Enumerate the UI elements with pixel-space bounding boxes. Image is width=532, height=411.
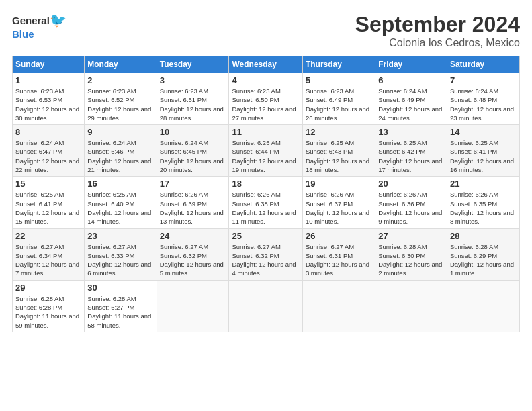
calendar-day-cell: 21 Sunrise: 6:26 AM Sunset: 6:35 PM Dayl… <box>447 177 519 228</box>
day-info: Sunrise: 6:23 AM Sunset: 6:53 PM Dayligh… <box>15 87 81 122</box>
day-number: 9 <box>87 127 153 137</box>
day-number: 13 <box>378 127 444 137</box>
daylight-label: Daylight: 12 hours and 4 minutes. <box>232 261 296 277</box>
sunset-label: Sunset: 6:51 PM <box>160 96 207 103</box>
daylight-label: Daylight: 12 hours and 13 minutes. <box>160 209 224 225</box>
sunset-label: Sunset: 6:33 PM <box>87 252 134 259</box>
calendar-title: September 2024 <box>355 12 520 37</box>
day-number: 16 <box>87 179 153 189</box>
day-number: 12 <box>306 127 372 137</box>
sunset-label: Sunset: 6:34 PM <box>15 252 62 259</box>
calendar-day-cell: 11 Sunrise: 6:25 AM Sunset: 6:44 PM Dayl… <box>229 125 302 177</box>
header-saturday: Saturday <box>447 56 519 73</box>
logo: General 🐦 Blue <box>12 12 66 40</box>
sunrise-label: Sunrise: 6:23 AM <box>160 87 208 95</box>
title-area: September 2024 Colonia los Cedros, Mexic… <box>355 12 520 49</box>
day-info: Sunrise: 6:28 AM Sunset: 6:29 PM Dayligh… <box>450 242 517 278</box>
daylight-label: Daylight: 12 hours and 2 minutes. <box>378 261 442 277</box>
calendar-week-row: 15 Sunrise: 6:25 AM Sunset: 6:41 PM Dayl… <box>13 177 520 228</box>
sunset-label: Sunset: 6:53 PM <box>15 96 62 103</box>
calendar-week-row: 22 Sunrise: 6:27 AM Sunset: 6:34 PM Dayl… <box>13 228 520 280</box>
day-info: Sunrise: 6:24 AM Sunset: 6:45 PM Dayligh… <box>160 138 226 174</box>
sunset-label: Sunset: 6:45 PM <box>160 148 207 155</box>
day-number: 7 <box>450 75 517 85</box>
day-info: Sunrise: 6:26 AM Sunset: 6:39 PM Dayligh… <box>160 190 226 226</box>
sunrise-label: Sunrise: 6:24 AM <box>15 139 64 146</box>
day-number: 6 <box>378 75 444 85</box>
daylight-label: Daylight: 12 hours and 11 minutes. <box>232 209 296 225</box>
day-info: Sunrise: 6:25 AM Sunset: 6:41 PM Dayligh… <box>450 138 517 174</box>
sunrise-label: Sunrise: 6:26 AM <box>378 191 427 198</box>
logo-bird-icon: 🐦 <box>50 12 66 28</box>
sunset-label: Sunset: 6:40 PM <box>87 200 134 208</box>
sunrise-label: Sunrise: 6:26 AM <box>306 191 354 198</box>
calendar-day-cell: 16 Sunrise: 6:25 AM Sunset: 6:40 PM Dayl… <box>85 177 157 228</box>
day-info: Sunrise: 6:28 AM Sunset: 6:30 PM Dayligh… <box>378 242 444 278</box>
day-info: Sunrise: 6:25 AM Sunset: 6:41 PM Dayligh… <box>15 190 81 226</box>
sunset-label: Sunset: 6:35 PM <box>450 200 497 208</box>
calendar-day-cell: 10 Sunrise: 6:24 AM Sunset: 6:45 PM Dayl… <box>157 125 229 177</box>
sunset-label: Sunset: 6:36 PM <box>378 200 425 208</box>
day-info: Sunrise: 6:24 AM Sunset: 6:48 PM Dayligh… <box>450 87 517 122</box>
sunrise-label: Sunrise: 6:26 AM <box>450 191 498 198</box>
calendar-week-row: 29 Sunrise: 6:28 AM Sunset: 6:28 PM Dayl… <box>13 280 520 332</box>
daylight-label: Daylight: 12 hours and 8 minutes. <box>450 209 514 225</box>
sunset-label: Sunset: 6:29 PM <box>450 252 497 259</box>
sunrise-label: Sunrise: 6:28 AM <box>378 243 427 250</box>
daylight-label: Daylight: 12 hours and 15 minutes. <box>15 209 79 225</box>
day-info: Sunrise: 6:25 AM Sunset: 6:43 PM Dayligh… <box>306 138 372 174</box>
sunset-label: Sunset: 6:38 PM <box>232 200 279 208</box>
logo-general-text: General <box>12 15 50 26</box>
day-number: 26 <box>306 231 372 241</box>
day-number: 28 <box>450 231 517 241</box>
daylight-label: Daylight: 12 hours and 14 minutes. <box>87 209 151 225</box>
day-number: 29 <box>15 283 81 293</box>
sunset-label: Sunset: 6:48 PM <box>450 96 497 103</box>
calendar-day-cell: 3 Sunrise: 6:23 AM Sunset: 6:51 PM Dayli… <box>157 73 229 125</box>
sunrise-label: Sunrise: 6:25 AM <box>87 191 136 198</box>
sunset-label: Sunset: 6:30 PM <box>378 252 425 259</box>
day-number: 4 <box>232 75 299 85</box>
calendar-day-cell <box>229 280 302 332</box>
day-info: Sunrise: 6:27 AM Sunset: 6:33 PM Dayligh… <box>87 242 153 278</box>
day-info: Sunrise: 6:23 AM Sunset: 6:50 PM Dayligh… <box>232 87 299 122</box>
day-info: Sunrise: 6:27 AM Sunset: 6:31 PM Dayligh… <box>306 242 372 278</box>
day-number: 14 <box>450 127 517 137</box>
calendar-day-cell: 12 Sunrise: 6:25 AM Sunset: 6:43 PM Dayl… <box>302 125 375 177</box>
calendar-day-cell <box>447 280 519 332</box>
day-number: 19 <box>306 179 372 189</box>
daylight-label: Daylight: 12 hours and 17 minutes. <box>378 157 442 173</box>
day-number: 5 <box>306 75 372 85</box>
sunrise-label: Sunrise: 6:27 AM <box>87 243 136 250</box>
day-number: 27 <box>378 231 444 241</box>
sunrise-label: Sunrise: 6:26 AM <box>232 191 280 198</box>
calendar-day-cell: 2 Sunrise: 6:23 AM Sunset: 6:52 PM Dayli… <box>85 73 157 125</box>
calendar-day-cell: 24 Sunrise: 6:27 AM Sunset: 6:32 PM Dayl… <box>157 228 229 280</box>
sunset-label: Sunset: 6:42 PM <box>378 148 425 155</box>
sunset-label: Sunset: 6:44 PM <box>232 148 279 155</box>
day-info: Sunrise: 6:26 AM Sunset: 6:38 PM Dayligh… <box>232 190 299 226</box>
day-info: Sunrise: 6:27 AM Sunset: 6:32 PM Dayligh… <box>232 242 299 278</box>
sunrise-label: Sunrise: 6:28 AM <box>87 295 136 302</box>
calendar-day-cell <box>157 280 229 332</box>
day-number: 11 <box>232 127 299 137</box>
daylight-label: Daylight: 12 hours and 5 minutes. <box>160 261 224 277</box>
sunrise-label: Sunrise: 6:23 AM <box>306 87 354 95</box>
sunrise-label: Sunrise: 6:23 AM <box>15 87 64 95</box>
daylight-label: Daylight: 12 hours and 22 minutes. <box>15 157 79 173</box>
daylight-label: Daylight: 12 hours and 1 minute. <box>450 261 514 277</box>
calendar-day-cell: 14 Sunrise: 6:25 AM Sunset: 6:41 PM Dayl… <box>447 125 519 177</box>
sunset-label: Sunset: 6:49 PM <box>306 96 353 103</box>
sunrise-label: Sunrise: 6:28 AM <box>15 295 64 302</box>
sunset-label: Sunset: 6:41 PM <box>450 148 497 155</box>
calendar-week-row: 1 Sunrise: 6:23 AM Sunset: 6:53 PM Dayli… <box>13 73 520 125</box>
daylight-label: Daylight: 12 hours and 21 minutes. <box>87 157 151 173</box>
calendar-day-cell: 18 Sunrise: 6:26 AM Sunset: 6:38 PM Dayl… <box>229 177 302 228</box>
day-info: Sunrise: 6:28 AM Sunset: 6:27 PM Dayligh… <box>87 294 153 330</box>
sunrise-label: Sunrise: 6:27 AM <box>306 243 354 250</box>
sunrise-label: Sunrise: 6:24 AM <box>87 139 136 146</box>
day-info: Sunrise: 6:26 AM Sunset: 6:36 PM Dayligh… <box>378 190 444 226</box>
calendar-day-cell: 15 Sunrise: 6:25 AM Sunset: 6:41 PM Dayl… <box>13 177 85 228</box>
sunrise-label: Sunrise: 6:28 AM <box>450 243 498 250</box>
calendar-day-cell <box>375 280 447 332</box>
